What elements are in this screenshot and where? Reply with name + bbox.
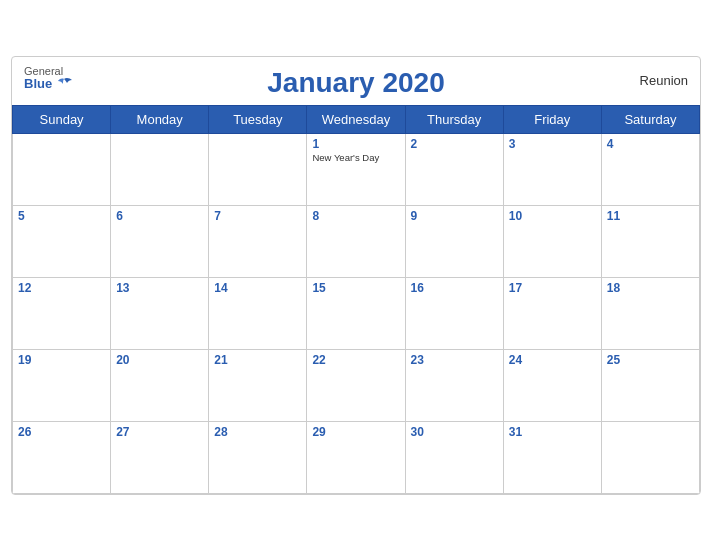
day-number: 23	[411, 353, 498, 367]
day-number: 10	[509, 209, 596, 223]
day-cell: 10	[503, 205, 601, 277]
header-tuesday: Tuesday	[209, 105, 307, 133]
day-number: 20	[116, 353, 203, 367]
day-number: 25	[607, 353, 694, 367]
day-number: 28	[214, 425, 301, 439]
logo-bird-icon	[54, 77, 74, 93]
day-cell: 1New Year's Day	[307, 133, 405, 205]
day-header-row: Sunday Monday Tuesday Wednesday Thursday…	[13, 105, 700, 133]
day-number: 7	[214, 209, 301, 223]
day-cell: 6	[111, 205, 209, 277]
day-cell	[209, 133, 307, 205]
day-cell: 30	[405, 421, 503, 493]
day-cell: 3	[503, 133, 601, 205]
day-cell	[13, 133, 111, 205]
day-cell: 17	[503, 277, 601, 349]
logo-area: General Blue	[24, 65, 74, 93]
day-cell: 2	[405, 133, 503, 205]
day-number: 30	[411, 425, 498, 439]
day-cell: 16	[405, 277, 503, 349]
week-row-4: 19202122232425	[13, 349, 700, 421]
calendar-table: Sunday Monday Tuesday Wednesday Thursday…	[12, 105, 700, 494]
calendar-header: General Blue January 2020 Reunion	[12, 57, 700, 105]
day-cell: 22	[307, 349, 405, 421]
day-number: 15	[312, 281, 399, 295]
day-cell: 27	[111, 421, 209, 493]
day-number: 8	[312, 209, 399, 223]
day-number: 24	[509, 353, 596, 367]
logo-blue: Blue	[24, 77, 52, 91]
day-cell: 13	[111, 277, 209, 349]
day-cell: 5	[13, 205, 111, 277]
day-number: 12	[18, 281, 105, 295]
day-number: 31	[509, 425, 596, 439]
region-label: Reunion	[640, 73, 688, 88]
day-number: 3	[509, 137, 596, 151]
calendar-title: January 2020	[267, 67, 444, 99]
day-cell: 12	[13, 277, 111, 349]
day-number: 29	[312, 425, 399, 439]
day-cell: 8	[307, 205, 405, 277]
week-row-2: 567891011	[13, 205, 700, 277]
day-cell: 28	[209, 421, 307, 493]
calendar-container: General Blue January 2020 Reunion Sunday	[11, 56, 701, 495]
day-number: 1	[312, 137, 399, 151]
header-monday: Monday	[111, 105, 209, 133]
day-number: 22	[312, 353, 399, 367]
day-cell: 11	[601, 205, 699, 277]
day-number: 27	[116, 425, 203, 439]
day-cell	[601, 421, 699, 493]
header-sunday: Sunday	[13, 105, 111, 133]
holiday-label: New Year's Day	[312, 152, 399, 163]
day-number: 21	[214, 353, 301, 367]
week-row-5: 262728293031	[13, 421, 700, 493]
day-number: 9	[411, 209, 498, 223]
day-cell: 14	[209, 277, 307, 349]
day-cell	[111, 133, 209, 205]
day-number: 5	[18, 209, 105, 223]
day-number: 26	[18, 425, 105, 439]
day-number: 16	[411, 281, 498, 295]
day-cell: 29	[307, 421, 405, 493]
header-thursday: Thursday	[405, 105, 503, 133]
day-number: 11	[607, 209, 694, 223]
day-cell: 20	[111, 349, 209, 421]
day-cell: 15	[307, 277, 405, 349]
week-row-3: 12131415161718	[13, 277, 700, 349]
day-cell: 21	[209, 349, 307, 421]
day-cell: 23	[405, 349, 503, 421]
day-cell: 31	[503, 421, 601, 493]
day-number: 19	[18, 353, 105, 367]
header-friday: Friday	[503, 105, 601, 133]
day-cell: 25	[601, 349, 699, 421]
day-cell: 24	[503, 349, 601, 421]
logo-general: General	[24, 65, 63, 77]
header-saturday: Saturday	[601, 105, 699, 133]
day-number: 2	[411, 137, 498, 151]
day-cell: 7	[209, 205, 307, 277]
week-row-1: 1New Year's Day234	[13, 133, 700, 205]
header-wednesday: Wednesday	[307, 105, 405, 133]
day-number: 13	[116, 281, 203, 295]
day-number: 17	[509, 281, 596, 295]
day-cell: 18	[601, 277, 699, 349]
day-number: 4	[607, 137, 694, 151]
day-cell: 9	[405, 205, 503, 277]
day-cell: 26	[13, 421, 111, 493]
day-cell: 19	[13, 349, 111, 421]
day-number: 6	[116, 209, 203, 223]
day-cell: 4	[601, 133, 699, 205]
day-number: 14	[214, 281, 301, 295]
day-number: 18	[607, 281, 694, 295]
